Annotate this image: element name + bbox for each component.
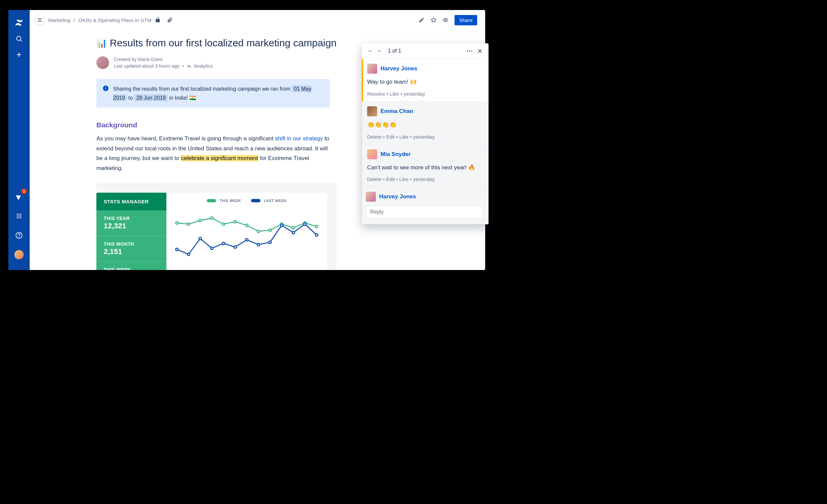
help-icon[interactable] [12,229,26,242]
svg-point-23 [257,230,260,233]
svg-point-18 [199,219,202,222]
rail-bottom-group: 5 [12,190,26,264]
byline-text: Created by Alana Grant Last updated abou… [114,56,213,70]
comment-author[interactable]: Harvey Jones [381,65,418,72]
stats-sidebar: STATS MANAGER THIS YEAR 12,321 THIS MONT… [96,193,166,270]
notification-badge: 5 [21,189,27,194]
svg-point-32 [210,247,213,250]
share-button[interactable]: Share [454,15,477,25]
chevron-down-icon[interactable] [367,48,373,54]
comment-actions: Delete • Edit • Like • yesterday [367,177,483,182]
comment-item[interactable]: Harvey Jones Way to go team! 🙌 Resolve •… [362,59,489,101]
close-icon[interactable] [477,48,483,54]
strategy-link[interactable]: shift in our strategy [275,135,323,142]
comment-avatar [367,64,377,74]
page-title: Results from our first localized marketi… [110,37,336,49]
comment-actions: Resolve • Like • yesterday [367,91,483,97]
chevron-up-icon[interactable] [377,48,383,54]
comment-avatar [367,149,377,159]
reply-input[interactable] [366,206,483,218]
stats-row-month: THIS MONTH 2,151 [96,236,166,262]
edit-action[interactable]: Edit [386,177,395,182]
svg-point-26 [292,226,295,229]
svg-point-33 [222,242,225,245]
comment-author[interactable]: Mia Snyder [381,151,411,158]
confluence-logo-icon[interactable] [12,16,26,29]
analytics-icon [187,64,191,68]
comment-item[interactable]: Mia Snyder Can't wait to see more of thi… [362,145,489,187]
breadcrumb: Marketing / OKRs & Operating Plans in GT… [48,17,151,23]
info-panel-text: Sharing the results from our first local… [113,84,324,102]
svg-rect-8 [19,217,20,218]
svg-point-43 [469,50,470,52]
more-actions-icon[interactable] [466,47,473,55]
author-avatar[interactable] [96,56,109,69]
svg-point-21 [234,220,236,223]
svg-point-41 [315,234,318,236]
stats-chart-area: THIS WEEK LAST WEEK [166,193,327,270]
stats-manager-card: STATS MANAGER THIS YEAR 12,321 THIS MONT… [96,183,336,270]
breadcrumb-item-1[interactable]: OKRs & Operating Plans in GTM [78,17,151,23]
app-shell: 5 Marketing / OKRs & Operating Plans in … [8,10,485,270]
like-action[interactable]: Like [399,177,408,182]
svg-rect-5 [19,216,20,217]
topbar-actions: Share [419,15,477,25]
svg-point-34 [234,246,236,248]
reply-author[interactable]: Harvey Jones [379,193,416,200]
date-chip-end: 28 Jun 2019 [134,94,168,101]
star-icon[interactable] [431,17,437,23]
comment-body: Way to go team! 🙌 [367,78,483,86]
svg-rect-14 [105,88,106,90]
body-paragraph: As you may have heard, Exxtreme Travel i… [96,134,332,173]
profile-avatar[interactable] [12,248,26,261]
info-panel: Sharing the results from our first local… [96,79,330,108]
like-action[interactable]: Like [399,134,408,140]
comment-timestamp: yesterday [413,134,435,140]
svg-point-42 [467,50,468,52]
author-line: Created by Alana Grant [114,56,213,63]
svg-point-44 [471,50,473,52]
locked-icon[interactable] [155,17,161,23]
svg-point-12 [445,19,446,21]
svg-point-39 [292,231,295,234]
search-icon[interactable] [12,32,26,45]
comment-body: Can't wait to see more of this next year… [367,163,483,172]
svg-point-17 [187,223,190,226]
breadcrumb-item-0[interactable]: Marketing [48,17,70,23]
comment-avatar [367,106,377,116]
svg-point-28 [315,225,318,228]
edit-icon[interactable] [419,17,425,23]
notifications-icon[interactable]: 5 [12,190,26,203]
watch-icon[interactable] [442,17,448,23]
stats-heading: STATS MANAGER [96,193,166,210]
create-icon[interactable] [12,48,26,61]
updated-line: Last updated about 3 hours ago [114,63,180,69]
analytics-link[interactable]: Analytics [194,63,213,69]
comment-item[interactable]: Emma Chan 👏👏👏👏 Delete • Edit • Like • ye… [362,102,489,144]
comment-timestamp: yesterday [413,177,435,182]
like-action[interactable]: Like [390,91,399,97]
svg-point-20 [222,223,225,226]
highlighted-text[interactable]: celebrate a significant moment [181,155,258,161]
delete-action[interactable]: Delete [367,134,382,140]
sidebar-toggle-button[interactable] [34,15,45,25]
attachment-icon[interactable] [167,17,173,23]
title-emoji-icon: 📊 [96,38,107,48]
comment-author[interactable]: Emma Chan [381,108,413,115]
svg-point-29 [176,248,179,251]
svg-point-15 [105,87,106,87]
avatar [14,250,24,259]
svg-rect-9 [20,217,21,218]
edit-action[interactable]: Edit [386,134,395,140]
svg-point-36 [257,243,260,246]
info-icon [102,85,109,92]
resolve-action[interactable]: Resolve [367,91,385,97]
global-nav-rail: 5 [8,10,30,270]
svg-rect-1 [17,214,18,215]
comments-count: 1 of 1 [388,48,463,54]
comments-header: 1 of 1 [362,43,489,59]
svg-rect-3 [20,214,21,215]
comment-body: 👏👏👏👏 [367,120,483,129]
app-switcher-icon[interactable] [12,209,26,223]
delete-action[interactable]: Delete [367,177,382,182]
